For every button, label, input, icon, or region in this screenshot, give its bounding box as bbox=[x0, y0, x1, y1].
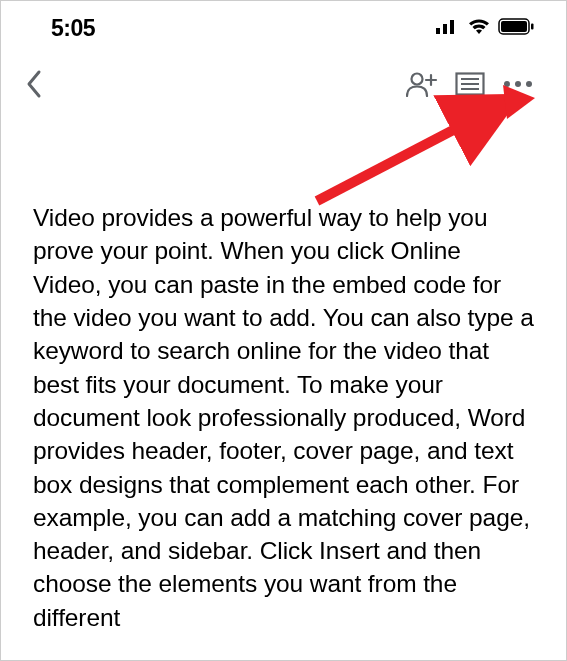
svg-rect-4 bbox=[501, 21, 527, 32]
svg-rect-5 bbox=[531, 23, 534, 29]
document-text: Video provides a powerful way to help yo… bbox=[33, 201, 534, 634]
add-person-icon bbox=[406, 71, 438, 97]
layout-view-icon bbox=[455, 72, 485, 96]
svg-point-6 bbox=[412, 74, 423, 85]
document-content[interactable]: Video provides a powerful way to help yo… bbox=[1, 111, 566, 634]
more-button[interactable] bbox=[494, 64, 542, 104]
chevron-left-icon bbox=[25, 69, 43, 99]
svg-rect-1 bbox=[443, 24, 447, 34]
svg-rect-2 bbox=[450, 20, 454, 34]
more-horizontal-icon bbox=[503, 79, 533, 89]
svg-point-13 bbox=[504, 81, 510, 87]
status-time: 5:05 bbox=[51, 15, 95, 42]
status-bar: 5:05 bbox=[1, 1, 566, 51]
status-indicators bbox=[436, 17, 534, 39]
svg-rect-0 bbox=[436, 28, 440, 34]
toolbar bbox=[1, 51, 566, 111]
add-person-button[interactable] bbox=[398, 64, 446, 104]
battery-icon bbox=[498, 18, 534, 39]
svg-point-15 bbox=[526, 81, 532, 87]
svg-point-14 bbox=[515, 81, 521, 87]
back-button[interactable] bbox=[25, 64, 65, 104]
wifi-icon bbox=[467, 17, 491, 39]
cellular-icon bbox=[436, 18, 460, 38]
layout-view-button[interactable] bbox=[446, 64, 494, 104]
